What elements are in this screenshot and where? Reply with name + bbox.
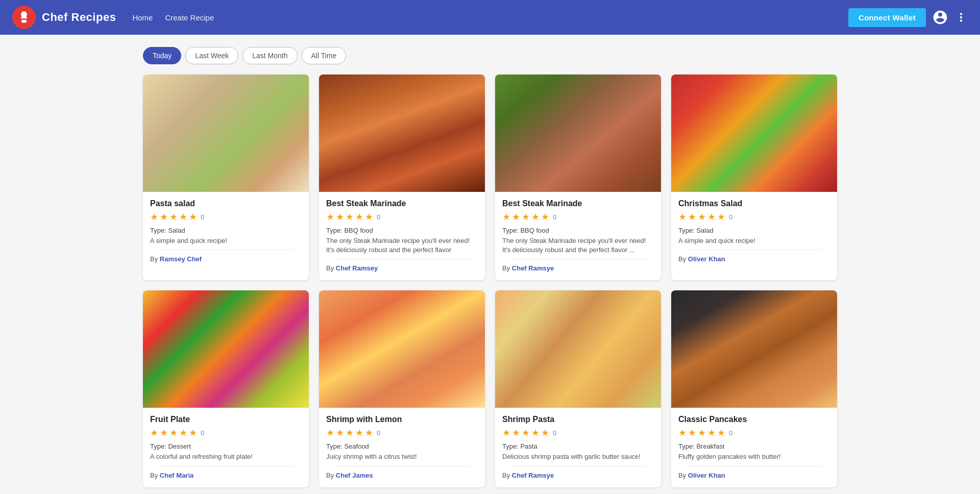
star-icon: ★ — [541, 211, 549, 223]
recipe-card-christmas-salad[interactable]: Christmas Salad ★ ★ ★ ★ ★ 0 Type: Salad … — [671, 75, 837, 280]
card-divider — [157, 250, 295, 250]
filter-today[interactable]: Today — [143, 47, 181, 64]
recipe-type-best-steak-1: Type: BBQ food — [326, 227, 478, 234]
recipe-stars-best-steak-1: ★ ★ ★ ★ ★ 0 — [326, 211, 478, 223]
review-count-pancakes: 0 — [729, 429, 732, 437]
recipe-author-shrimp-pasta: By Chef Ramsye — [502, 472, 654, 479]
author-link-christmas-salad[interactable]: Oliver Khan — [688, 255, 725, 263]
star-icon: ★ — [326, 427, 334, 438]
recipe-desc-best-steak-1: The only Steak Marinade recipe you'll ev… — [326, 236, 478, 255]
star-icon: ★ — [346, 211, 354, 223]
author-link-pasta-salad[interactable]: Ramsey Chef — [160, 255, 202, 263]
recipe-title-fruit-plate: Fruit Plate — [150, 415, 302, 424]
star-icon: ★ — [522, 211, 530, 223]
filter-all-time[interactable]: All Time — [302, 47, 347, 64]
recipe-card-shrimp-lemon[interactable]: Shrimp with Lemon ★ ★ ★ ★ ★ 0 Type: Seaf… — [319, 290, 485, 487]
recipe-author-best-steak-1: By Chef Ramsey — [326, 264, 478, 272]
recipe-card-fruit-plate[interactable]: Fruit Plate ★ ★ ★ ★ ★ 0 Type: Dessert A … — [143, 290, 309, 487]
card-divider — [509, 466, 647, 466]
recipe-image-best-steak-1 — [319, 75, 485, 192]
recipe-card-best-steak-1[interactable]: Best Steak Marinade ★ ★ ★ ★ ★ 0 Type: BB… — [319, 75, 485, 280]
recipe-stars-best-steak-2: ★ ★ ★ ★ ★ 0 — [502, 211, 654, 223]
star-icon: ★ — [698, 211, 706, 223]
recipe-author-pasta-salad: By Ramsey Chef — [150, 255, 302, 263]
recipe-type-best-steak-2: Type: BBQ food — [502, 227, 654, 234]
recipe-type-shrimp-pasta: Type: Pasta — [502, 442, 654, 450]
author-link-fruit-plate[interactable]: Chef Maria — [160, 472, 193, 479]
brand-logo-link[interactable]: Chef Recipes — [12, 6, 116, 29]
review-count-pasta-salad: 0 — [201, 213, 204, 221]
recipe-type-pasta-salad: Type: Salad — [150, 227, 302, 234]
nav-create-recipe[interactable]: Create Recipe — [165, 13, 214, 22]
star-icon: ★ — [678, 211, 687, 223]
navbar-right: Connect Wallet — [848, 8, 968, 27]
recipe-title-shrimp-pasta: Shrimp Pasta — [502, 415, 654, 424]
author-link-best-steak-1[interactable]: Chef Ramsey — [336, 264, 378, 272]
recipe-author-pancakes: By Oliver Khan — [678, 472, 830, 479]
recipe-author-christmas-salad: By Oliver Khan — [678, 255, 830, 263]
star-icon: ★ — [678, 427, 687, 438]
author-link-best-steak-2[interactable]: Chef Ramsye — [512, 264, 554, 272]
filter-last-month[interactable]: Last Month — [242, 47, 297, 64]
recipe-type-christmas-salad: Type: Salad — [678, 227, 830, 234]
star-icon: ★ — [169, 427, 178, 438]
star-icon: ★ — [189, 211, 197, 223]
star-icon: ★ — [346, 427, 354, 438]
recipe-image-pasta-salad — [143, 75, 309, 192]
recipe-stars-pancakes: ★ ★ ★ ★ ★ 0 — [678, 427, 830, 438]
recipe-info-christmas-salad: Christmas Salad ★ ★ ★ ★ ★ 0 Type: Salad … — [671, 192, 837, 271]
recipe-type-pancakes: Type: Breakfast — [678, 442, 830, 450]
recipe-image-pancakes — [671, 290, 837, 408]
recipe-stars-christmas-salad: ★ ★ ★ ★ ★ 0 — [678, 211, 830, 223]
recipe-image-shrimp-pasta — [495, 290, 661, 408]
connect-wallet-button[interactable]: Connect Wallet — [848, 8, 926, 27]
star-icon: ★ — [502, 211, 510, 223]
star-icon: ★ — [541, 427, 549, 438]
star-icon: ★ — [326, 211, 334, 223]
recipe-info-fruit-plate: Fruit Plate ★ ★ ★ ★ ★ 0 Type: Dessert A … — [143, 408, 309, 487]
star-icon: ★ — [698, 427, 706, 438]
recipe-desc-christmas-salad: A simple and quick recipe! — [678, 236, 830, 245]
recipe-stars-shrimp-lemon: ★ ★ ★ ★ ★ 0 — [326, 427, 478, 438]
review-count-best-steak-1: 0 — [377, 213, 380, 221]
star-icon: ★ — [179, 211, 187, 223]
filter-last-week[interactable]: Last Week — [185, 47, 238, 64]
recipe-desc-shrimp-pasta: Delicious shrimp pasta with garlic butte… — [502, 452, 654, 461]
star-icon: ★ — [169, 211, 178, 223]
recipe-title-best-steak-2: Best Steak Marinade — [502, 199, 654, 208]
star-icon: ★ — [717, 427, 725, 438]
star-icon: ★ — [365, 211, 373, 223]
author-link-shrimp-lemon[interactable]: Chef James — [336, 472, 373, 479]
recipe-card-shrimp-pasta[interactable]: Shrimp Pasta ★ ★ ★ ★ ★ 0 Type: Pasta Del… — [495, 290, 661, 487]
account-circle-icon — [932, 9, 948, 26]
recipe-type-shrimp-lemon: Type: Seafood — [326, 442, 478, 450]
recipe-card-pasta-salad[interactable]: Pasta salad ★ ★ ★ ★ ★ 0 Type: Salad A si… — [143, 75, 309, 280]
star-icon: ★ — [522, 427, 530, 438]
recipe-title-pasta-salad: Pasta salad — [150, 199, 302, 208]
recipe-title-pancakes: Classic Pancakes — [678, 415, 830, 424]
author-link-pancakes[interactable]: Oliver Khan — [688, 472, 725, 479]
recipe-card-best-steak-2[interactable]: Best Steak Marinade ★ ★ ★ ★ ★ 0 Type: BB… — [495, 75, 661, 280]
author-link-shrimp-pasta[interactable]: Chef Ramsye — [512, 472, 554, 479]
recipe-info-best-steak-1: Best Steak Marinade ★ ★ ★ ★ ★ 0 Type: BB… — [319, 192, 485, 280]
star-icon: ★ — [189, 427, 197, 438]
recipe-stars-shrimp-pasta: ★ ★ ★ ★ ★ 0 — [502, 427, 654, 438]
card-divider — [157, 466, 295, 466]
recipe-card-pancakes[interactable]: Classic Pancakes ★ ★ ★ ★ ★ 0 Type: Break… — [671, 290, 837, 487]
star-icon: ★ — [502, 427, 510, 438]
recipe-image-fruit-plate — [143, 290, 309, 408]
card-divider — [685, 250, 823, 250]
recipe-info-shrimp-pasta: Shrimp Pasta ★ ★ ★ ★ ★ 0 Type: Pasta Del… — [495, 408, 661, 487]
review-count-best-steak-2: 0 — [553, 213, 556, 221]
star-icon: ★ — [512, 211, 520, 223]
nav-home[interactable]: Home — [132, 13, 153, 22]
more-options-icon[interactable] — [954, 11, 968, 24]
recipe-image-shrimp-lemon — [319, 290, 485, 408]
recipe-desc-pasta-salad: A simple and quick recipe! — [150, 236, 302, 245]
star-icon: ★ — [150, 427, 158, 438]
star-icon: ★ — [707, 211, 716, 223]
avatar-icon[interactable] — [932, 9, 948, 26]
navbar: Chef Recipes Home Create Recipe Connect … — [0, 0, 980, 35]
star-icon: ★ — [179, 427, 187, 438]
star-icon: ★ — [365, 427, 373, 438]
